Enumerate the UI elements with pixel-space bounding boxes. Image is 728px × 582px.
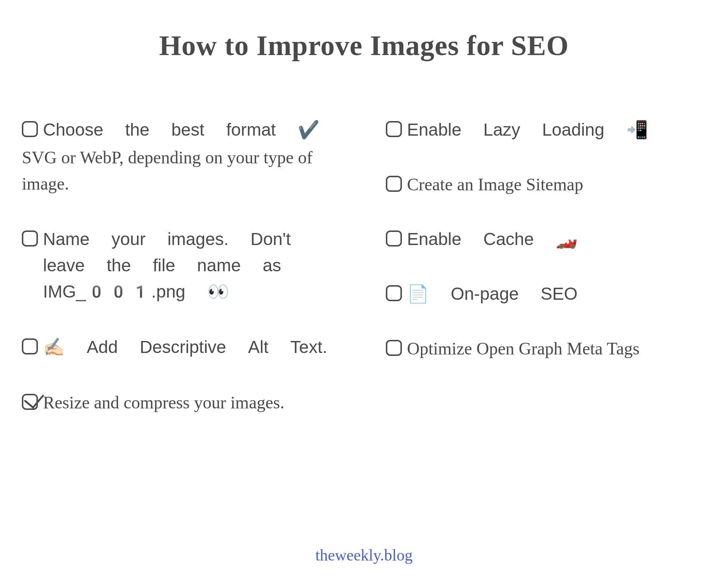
list-item: Resize and compress your images. bbox=[22, 389, 342, 416]
list-item: 📄 On-page SEO bbox=[386, 281, 706, 307]
checkbox-icon[interactable] bbox=[386, 176, 402, 192]
list-item: Choose the best format ✔️ SVG or WebP, d… bbox=[22, 117, 342, 197]
checkbox-icon[interactable] bbox=[22, 230, 38, 247]
checkbox-icon[interactable] bbox=[22, 338, 38, 354]
item-text: Name your images. Don't leave the file n… bbox=[43, 226, 342, 305]
checklist-columns: Choose the best format ✔️ SVG or WebP, d… bbox=[0, 62, 728, 445]
footer-credit: theweekly.blog bbox=[0, 546, 728, 564]
item-text: ✍🏻 Add Descriptive Alt Text. bbox=[43, 334, 327, 360]
item-text: 📄 On-page SEO bbox=[407, 281, 578, 307]
item-text: Choose the best format ✔️ bbox=[43, 117, 320, 143]
checkbox-icon[interactable] bbox=[386, 230, 402, 247]
page-title: How to Improve Images for SEO bbox=[0, 0, 728, 62]
checkbox-icon[interactable] bbox=[386, 285, 402, 301]
item-text: Optimize Open Graph Meta Tags bbox=[407, 335, 639, 362]
list-item: Optimize Open Graph Meta Tags bbox=[386, 335, 706, 362]
list-item: ✍🏻 Add Descriptive Alt Text. bbox=[22, 334, 342, 360]
item-text: Create an Image Sitemap bbox=[407, 171, 583, 198]
item-text: Enable Cache 🏎️ bbox=[407, 226, 578, 252]
left-column: Choose the best format ✔️ SVG or WebP, d… bbox=[22, 117, 342, 445]
checkbox-icon-checked[interactable] bbox=[22, 394, 38, 410]
list-item: Enable Cache 🏎️ bbox=[386, 226, 706, 252]
item-text: Resize and compress your images. bbox=[43, 389, 284, 416]
list-item: Name your images. Don't leave the file n… bbox=[22, 226, 342, 305]
list-item: Create an Image Sitemap bbox=[386, 171, 706, 198]
checkbox-icon[interactable] bbox=[386, 121, 402, 137]
right-column: Enable Lazy Loading 📲 Create an Image Si… bbox=[386, 117, 706, 445]
list-item: Enable Lazy Loading 📲 bbox=[386, 117, 706, 143]
checkbox-icon[interactable] bbox=[386, 340, 402, 356]
item-subtext: SVG or WebP, depending on your type of i… bbox=[22, 144, 342, 197]
item-text: Enable Lazy Loading 📲 bbox=[407, 117, 648, 143]
checkbox-icon[interactable] bbox=[22, 121, 38, 137]
